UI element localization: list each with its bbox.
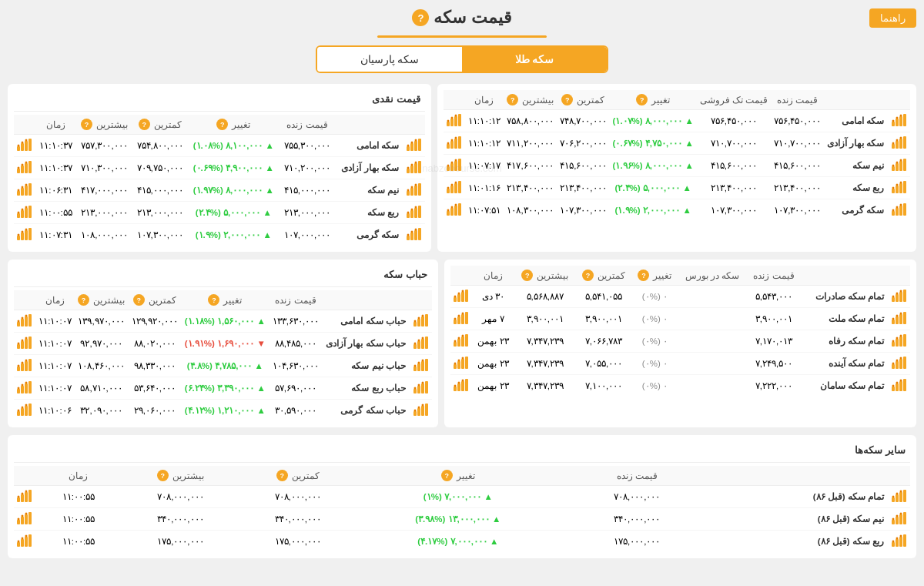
row-icon[interactable] xyxy=(889,531,910,553)
row-chart-icon[interactable] xyxy=(14,486,35,508)
row-chart-icon[interactable] xyxy=(14,355,35,377)
row-time: ۱۱:۰۱:۱۶ xyxy=(465,177,504,199)
row-change: ▲ ۷,۰۰۰,۰۰۰ (۴.۱۷%) xyxy=(357,531,561,553)
row-chart-icon[interactable] xyxy=(444,155,465,177)
row-chart-icon[interactable] xyxy=(444,132,465,155)
row-icon[interactable] xyxy=(410,377,432,400)
help-icon-max-b[interactable]: ? xyxy=(521,270,533,281)
row-chart-icon[interactable] xyxy=(450,375,472,397)
help-icon-change-s[interactable]: ? xyxy=(441,470,453,481)
help-icon-min-b[interactable]: ? xyxy=(582,270,594,281)
svg-point-213 xyxy=(896,360,899,362)
row-icon[interactable] xyxy=(889,353,910,375)
row-icon[interactable] xyxy=(410,355,432,377)
row-chart-icon[interactable] xyxy=(14,157,35,179)
row-chart-icon[interactable] xyxy=(14,531,35,553)
row-price: ۷,۲۲۲,۰۰۰ xyxy=(747,375,801,397)
row-price-tak: ۷۱۰,۷۰۰,۰۰۰ xyxy=(771,132,823,155)
row-max: ۱۰۸,۳۰۰,۰۰۰ xyxy=(504,199,557,222)
svg-rect-82 xyxy=(414,141,417,151)
row-icon[interactable] xyxy=(889,375,910,397)
row-chart-icon[interactable] xyxy=(14,310,35,333)
row-icon[interactable] xyxy=(889,286,910,308)
row-name: نیم سکه xyxy=(335,179,403,202)
row-chart-icon[interactable] xyxy=(14,400,35,422)
row-change: ▲ ۱,۲۱۰,۰۰۰ (۴.۱۲%) xyxy=(181,400,269,422)
row-chart-icon[interactable] xyxy=(14,333,35,355)
row-icon[interactable] xyxy=(889,486,910,508)
svg-rect-169 xyxy=(457,294,460,302)
row-icon[interactable] xyxy=(410,333,432,355)
col-change-n: تغییر ? xyxy=(188,115,280,135)
row-chart-icon[interactable] xyxy=(444,177,465,199)
row-icon[interactable] xyxy=(889,330,910,353)
svg-rect-112 xyxy=(407,191,410,196)
svg-rect-225 xyxy=(896,383,899,391)
row-name: تمام سکه سامان xyxy=(801,375,889,397)
help-icon-max-s[interactable]: ? xyxy=(157,470,169,481)
row-icon[interactable] xyxy=(889,199,910,222)
svg-point-317 xyxy=(22,407,24,409)
help-icon-min-s[interactable]: ? xyxy=(276,470,288,481)
row-icon[interactable] xyxy=(889,132,910,155)
svg-point-181 xyxy=(896,315,899,317)
col-time-s: زمان xyxy=(35,466,122,486)
help-icon-max-n[interactable]: ? xyxy=(81,119,92,130)
svg-point-278 xyxy=(421,360,424,362)
svg-rect-163 xyxy=(903,290,906,302)
help-icon-change-n[interactable]: ? xyxy=(216,119,228,130)
row-icon[interactable] xyxy=(889,110,910,132)
svg-point-268 xyxy=(18,343,20,345)
svg-rect-66 xyxy=(899,206,902,216)
row-chart-icon[interactable] xyxy=(444,110,465,132)
help-icon-min-n[interactable]: ? xyxy=(139,119,150,130)
svg-rect-115 xyxy=(418,183,421,196)
row-chart-icon[interactable] xyxy=(444,199,465,222)
rahnama-button[interactable]: راهنما xyxy=(869,8,916,28)
row-icon[interactable] xyxy=(889,177,910,199)
row-icon[interactable] xyxy=(403,135,425,157)
row-chart-icon[interactable] xyxy=(450,330,472,353)
table-row: سکه بهار آزادی ۷۱۰,۷۰۰,۰۰۰ ۷۱۰,۷۰۰,۰۰۰ ▲… xyxy=(444,132,910,155)
row-chart-icon[interactable] xyxy=(14,224,35,246)
help-icon-max-f[interactable]: ? xyxy=(507,94,518,105)
help-icon-change-b[interactable]: ? xyxy=(638,270,649,281)
help-icon-min-h[interactable]: ? xyxy=(133,294,145,306)
row-icon[interactable] xyxy=(410,400,432,422)
svg-point-6 xyxy=(900,115,902,117)
help-icon-min-f[interactable]: ? xyxy=(561,94,573,105)
svg-rect-273 xyxy=(417,363,420,371)
row-time: ۱۱:۰۰:۵۵ xyxy=(35,531,122,553)
row-chart-icon[interactable] xyxy=(450,308,472,330)
help-icon-change-h[interactable]: ? xyxy=(208,294,219,306)
tab-seke-parsian[interactable]: سکه پارسیان xyxy=(317,47,462,72)
row-max: ۳۲,۰۹۰,۰۰۰ xyxy=(75,400,129,422)
header-help-icon[interactable]: ? xyxy=(412,9,429,26)
row-icon[interactable] xyxy=(403,179,425,202)
row-min: ۷,۰۵۵,۰۰۰ xyxy=(575,353,631,375)
row-icon[interactable] xyxy=(403,157,425,179)
row-icon[interactable] xyxy=(889,508,910,531)
row-icon[interactable] xyxy=(403,224,425,246)
svg-rect-96 xyxy=(407,169,410,173)
col-max-h: بیشترین ? xyxy=(75,290,129,310)
row-icon[interactable] xyxy=(889,308,910,330)
row-chart-icon[interactable] xyxy=(450,353,472,375)
row-chart-icon[interactable] xyxy=(14,202,35,224)
svg-rect-48 xyxy=(892,189,895,193)
row-min: ۷,۱۰۰,۰۰۰ xyxy=(575,375,631,397)
help-icon-change-f[interactable]: ? xyxy=(636,94,648,105)
row-chart-icon[interactable] xyxy=(450,286,472,308)
svg-point-22 xyxy=(900,137,902,139)
tab-seke-tala[interactable]: سکه طلا xyxy=(462,47,607,72)
svg-point-141 xyxy=(22,209,24,211)
row-icon[interactable] xyxy=(410,310,432,333)
row-icon[interactable] xyxy=(889,155,910,177)
row-chart-icon[interactable] xyxy=(14,508,35,531)
help-icon-max-h[interactable]: ? xyxy=(78,294,89,306)
row-chart-icon[interactable] xyxy=(14,135,35,157)
row-chart-icon[interactable] xyxy=(14,377,35,400)
row-chart-icon[interactable] xyxy=(14,179,35,202)
row-change: ▲ ۴,۷۵۰,۰۰۰ (۰.۶۷%) xyxy=(610,132,697,155)
row-icon[interactable] xyxy=(403,202,425,224)
